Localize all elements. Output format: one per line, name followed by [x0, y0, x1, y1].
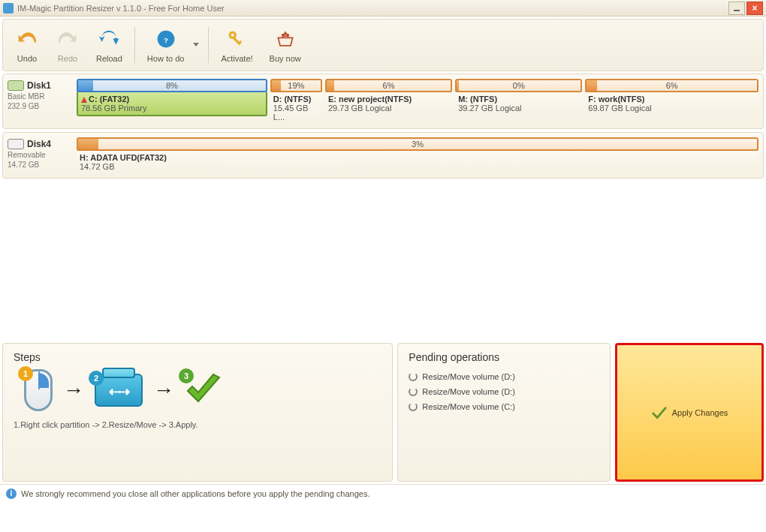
- step-3: 3: [185, 371, 222, 409]
- usage-pct: 19%: [288, 81, 304, 90]
- disk-row: Disk4Removable14.72 GB3%H: ADATA UFD(FAT…: [2, 132, 764, 179]
- undo-button[interactable]: Undo: [8, 24, 47, 66]
- partition-name: M: (NTFS): [458, 95, 579, 104]
- partition[interactable]: 6%F: work(NTFS)69.87 GB Logical: [585, 79, 758, 124]
- partition-name: E: new project(NTFS): [328, 95, 449, 104]
- partition-size: 69.87 GB Logical: [588, 104, 755, 113]
- partition-name: F: work(NTFS): [588, 95, 755, 104]
- partition-size: 78.56 GB Primary: [81, 104, 263, 113]
- usage-bar: 3%: [77, 137, 758, 151]
- partition-size: 15.45 GB L...: [273, 104, 319, 122]
- partition-info: F: work(NTFS)69.87 GB Logical: [585, 92, 758, 115]
- usage-bar: 6%: [325, 79, 452, 92]
- howto-dropdown-icon[interactable]: [193, 43, 199, 48]
- refresh-icon: [409, 387, 418, 396]
- usage-pct: 6%: [666, 81, 678, 90]
- activate-button[interactable]: Activate!: [213, 24, 260, 66]
- step-3-badge: 3: [179, 368, 194, 383]
- disk-type: Basic MBR: [8, 92, 44, 101]
- usage-pct: 0%: [513, 81, 525, 90]
- drive-icon: [8, 80, 24, 91]
- redo-button[interactable]: Redo: [48, 24, 87, 66]
- apply-changes-button[interactable]: Apply Changes: [615, 343, 764, 482]
- svg-point-3: [231, 34, 234, 37]
- pin-icon: [81, 97, 87, 103]
- op-text: Resize/Move volume (C:): [422, 402, 514, 411]
- steps-graphic: 1 → 2 ⇠⇢ → 3: [24, 369, 381, 411]
- drive-icon: [8, 139, 24, 149]
- pending-title: Pending operations: [409, 351, 599, 363]
- reload-label: Reload: [96, 54, 122, 63]
- toolbar: Undo Redo Reload ? How to do Activate! B…: [2, 19, 764, 71]
- minimize-icon: [734, 10, 740, 11]
- help-icon: ?: [154, 27, 178, 51]
- app-icon: [3, 3, 14, 14]
- step-1-badge: 1: [18, 366, 33, 381]
- usage-bar: 0%: [455, 79, 582, 92]
- window-title: IM-Magic Partition Resizer v 1.1.0 - Fre…: [17, 4, 727, 13]
- partition-list: 8%C: (FAT32)78.56 GB Primary19%D: (NTFS)…: [77, 79, 758, 124]
- partition[interactable]: 8%C: (FAT32)78.56 GB Primary: [77, 79, 267, 124]
- partition-size: 14.72 GB: [80, 162, 755, 171]
- partition-name: C: (FAT32): [81, 95, 263, 104]
- info-icon: i: [6, 488, 17, 499]
- partition-info: H: ADATA UFD(FAT32)14.72 GB: [77, 151, 758, 173]
- close-icon: ×: [752, 4, 757, 13]
- status-bar: i We strongly recommend you close all ot…: [0, 484, 766, 502]
- toolbar-separator: [208, 27, 209, 63]
- buy-button[interactable]: Buy now: [262, 24, 309, 66]
- content-gap: [2, 182, 764, 343]
- pending-op[interactable]: Resize/Move volume (C:): [409, 399, 599, 414]
- svg-text:?: ?: [164, 36, 168, 44]
- partition-name: D: (NTFS): [273, 95, 319, 104]
- minimize-button[interactable]: [728, 2, 745, 15]
- apply-label: Apply Changes: [672, 408, 728, 417]
- key-icon: [225, 27, 249, 51]
- steps-caption: 1.Right click partition -> 2.Resize/Move…: [14, 420, 381, 429]
- partition[interactable]: 3%H: ADATA UFD(FAT32)14.72 GB: [77, 137, 758, 173]
- disk-label: Disk1Basic MBR232.9 GB: [8, 79, 72, 124]
- partition[interactable]: 6%E: new project(NTFS)29.73 GB Logical: [325, 79, 452, 124]
- activate-label: Activate!: [221, 54, 252, 63]
- check-icon: [651, 404, 668, 421]
- reload-icon: [97, 27, 121, 51]
- usage-bar: 6%: [585, 79, 758, 92]
- reload-button[interactable]: Reload: [89, 24, 130, 66]
- arrow-icon: →: [153, 378, 174, 402]
- titlebar: IM-Magic Partition Resizer v 1.1.0 - Fre…: [0, 0, 766, 17]
- howto-button[interactable]: ? How to do: [140, 24, 192, 66]
- close-button[interactable]: ×: [746, 2, 763, 15]
- buy-label: Buy now: [270, 54, 301, 63]
- bottom-panels: Steps 1 → 2 ⇠⇢ → 3 1.Right click partiti…: [2, 343, 764, 482]
- steps-panel: Steps 1 → 2 ⇠⇢ → 3 1.Right click partiti…: [2, 343, 393, 482]
- usage-pct: 8%: [166, 81, 178, 90]
- disk-label: Disk4Removable14.72 GB: [8, 137, 72, 173]
- redo-label: Redo: [58, 54, 77, 63]
- step-2: 2 ⇠⇢: [95, 374, 143, 407]
- partition-list: 3%H: ADATA UFD(FAT32)14.72 GB: [77, 137, 758, 173]
- disk-name: Disk1: [27, 80, 51, 91]
- disk-name: Disk4: [27, 139, 51, 149]
- refresh-icon: [409, 372, 418, 381]
- step-2-badge: 2: [89, 371, 104, 386]
- partition-size: 29.73 GB Logical: [328, 104, 449, 113]
- pending-op[interactable]: Resize/Move volume (D:): [409, 369, 599, 384]
- undo-icon: [15, 27, 39, 51]
- pending-panel: Pending operations Resize/Move volume (D…: [397, 343, 611, 482]
- partition-info: E: new project(NTFS)29.73 GB Logical: [325, 92, 452, 115]
- partition[interactable]: 0%M: (NTFS)39.27 GB Logical: [455, 79, 582, 124]
- undo-label: Undo: [17, 54, 37, 63]
- basket-icon: [273, 27, 297, 51]
- pending-op[interactable]: Resize/Move volume (D:): [409, 384, 599, 399]
- step-1: 1: [24, 369, 53, 411]
- pending-list: Resize/Move volume (D:)Resize/Move volum…: [409, 369, 599, 414]
- arrow-icon: →: [63, 378, 84, 402]
- disk-list: Disk1Basic MBR232.9 GB8%C: (FAT32)78.56 …: [2, 74, 764, 179]
- partition[interactable]: 19%D: (NTFS)15.45 GB L...: [270, 79, 322, 124]
- toolbar-separator: [134, 27, 135, 63]
- disk-row: Disk1Basic MBR232.9 GB8%C: (FAT32)78.56 …: [2, 74, 764, 129]
- disk-size: 14.72 GB: [8, 161, 39, 169]
- status-text: We strongly recommend you close all othe…: [21, 489, 370, 498]
- redo-icon: [56, 27, 80, 51]
- refresh-icon: [409, 402, 418, 411]
